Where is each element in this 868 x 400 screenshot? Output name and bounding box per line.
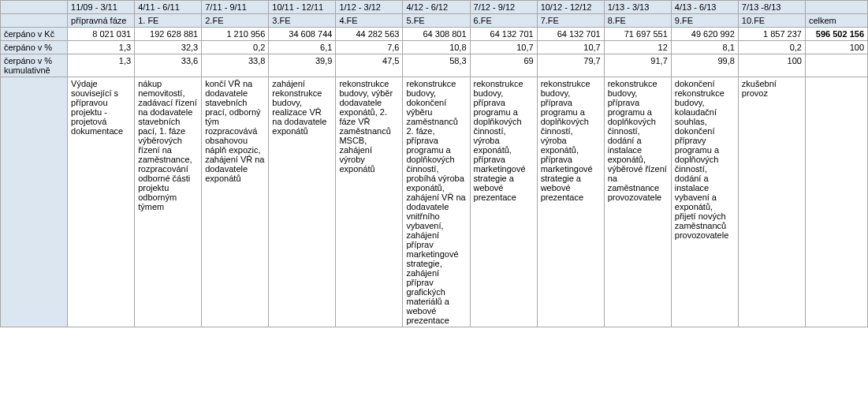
cum-cell: 47,5 (336, 54, 403, 77)
desc-cell: nákup nemovitostí, zadávací řízení na do… (135, 77, 202, 327)
cum-cell: 1,3 (68, 54, 135, 77)
desc-total-empty (805, 77, 867, 327)
row-kc: čerpáno v Kč 8 021 031 192 628 881 1 210… (1, 28, 868, 41)
row-label (1, 1, 68, 14)
kc-cell: 44 282 563 (336, 28, 403, 41)
period-cell: 11/09 - 3/11 (68, 1, 135, 14)
desc-cell: zkušební provoz (738, 77, 805, 327)
period-cell: 10/11 - 12/11 (269, 1, 336, 14)
period-cell: 4/12 - 6/12 (403, 1, 470, 14)
pct-cell: 32,3 (135, 41, 202, 54)
pct-cell: 7,6 (336, 41, 403, 54)
row-label (1, 77, 68, 327)
row-label: čerpáno v % (1, 41, 68, 54)
pct-cell: 12 (604, 41, 671, 54)
cum-cell: 39,9 (269, 54, 336, 77)
total-kc: 596 502 156 (805, 28, 867, 41)
kc-cell: 8 021 031 (68, 28, 135, 41)
desc-cell: rekonstrukce budovy, výběr dodavatele ex… (336, 77, 403, 327)
row-cum: čerpáno v % kumulativně 1,3 33,6 33,8 39… (1, 54, 868, 77)
pct-cell: 1,3 (68, 41, 135, 54)
pct-cell: 8,1 (671, 41, 738, 54)
kc-cell: 64 132 701 (470, 28, 537, 41)
pct-cell: 0,2 (738, 41, 805, 54)
phase-cell: 8.FE (604, 14, 671, 28)
desc-cell: zahájení rekonstrukce budovy, realizace … (269, 77, 336, 327)
kc-cell: 192 628 881 (135, 28, 202, 41)
phase-cell: 1. FE (135, 14, 202, 28)
period-cell: 4/13 - 6/13 (671, 1, 738, 14)
desc-cell: rekonstrukce budovy, dokončení výběru za… (403, 77, 470, 327)
desc-cell: končí VŘ na dodavatele stavebních prací,… (202, 77, 269, 327)
cum-cell: 58,3 (403, 54, 470, 77)
cum-cell: 33,6 (135, 54, 202, 77)
kc-cell: 34 608 744 (269, 28, 336, 41)
phase-cell: 6.FE (470, 14, 537, 28)
row-label: čerpáno v % kumulativně (1, 54, 68, 77)
desc-cell: rekonstrukce budovy, příprava programu a… (470, 77, 537, 327)
spending-table: 11/09 - 3/11 4/11 - 6/11 7/11 - 9/11 10/… (0, 0, 868, 327)
phase-cell: 5.FE (403, 14, 470, 28)
row-label: čerpáno v Kč (1, 28, 68, 41)
cum-cell: 99,8 (671, 54, 738, 77)
row-desc: Výdaje související s přípravou projektu … (1, 77, 868, 327)
period-cell: 7/11 - 9/11 (202, 1, 269, 14)
phase-cell: 2.FE (202, 14, 269, 28)
phase-cell: 10.FE (738, 14, 805, 28)
kc-cell: 1 857 237 (738, 28, 805, 41)
desc-cell: dokončení rekonstrukce budovy, kolaudačn… (671, 77, 738, 327)
kc-cell: 64 308 801 (403, 28, 470, 41)
period-cell: 7/13 -8/13 (738, 1, 805, 14)
pct-cell: 10,8 (403, 41, 470, 54)
desc-cell: rekonstrukce budovy, příprava programu a… (604, 77, 671, 327)
pct-cell: 10,7 (470, 41, 537, 54)
period-cell: 1/13 - 3/13 (604, 1, 671, 14)
pct-cell: 10,7 (537, 41, 604, 54)
phase-cell: 3.FE (269, 14, 336, 28)
total-cum (805, 54, 867, 77)
cum-cell: 69 (470, 54, 537, 77)
kc-cell: 64 132 701 (537, 28, 604, 41)
phase-cell: 7.FE (537, 14, 604, 28)
desc-cell: rekonstrukce budovy, příprava programu a… (537, 77, 604, 327)
pct-cell: 6,1 (269, 41, 336, 54)
kc-cell: 49 620 992 (671, 28, 738, 41)
phase-cell: přípravná fáze (68, 14, 135, 28)
pct-cell: 0,2 (202, 41, 269, 54)
cum-cell: 100 (738, 54, 805, 77)
total-label: celkem (805, 14, 867, 28)
kc-cell: 71 697 551 (604, 28, 671, 41)
period-cell: 10/12 - 12/12 (537, 1, 604, 14)
phase-cell: 4.FE (336, 14, 403, 28)
period-cell: 4/11 - 6/11 (135, 1, 202, 14)
row-phases: přípravná fáze 1. FE 2.FE 3.FE 4.FE 5.FE… (1, 14, 868, 28)
total-header-empty (805, 1, 867, 14)
total-pct: 100 (805, 41, 867, 54)
row-periods: 11/09 - 3/11 4/11 - 6/11 7/11 - 9/11 10/… (1, 1, 868, 14)
cum-cell: 33,8 (202, 54, 269, 77)
period-cell: 1/12 - 3/12 (336, 1, 403, 14)
phase-cell: 9.FE (671, 14, 738, 28)
cum-cell: 91,7 (604, 54, 671, 77)
kc-cell: 1 210 956 (202, 28, 269, 41)
row-label (1, 14, 68, 28)
period-cell: 7/12 - 9/12 (470, 1, 537, 14)
desc-cell: Výdaje související s přípravou projektu … (68, 77, 135, 327)
row-pct: čerpáno v % 1,3 32,3 0,2 6,1 7,6 10,8 10… (1, 41, 868, 54)
cum-cell: 79,7 (537, 54, 604, 77)
